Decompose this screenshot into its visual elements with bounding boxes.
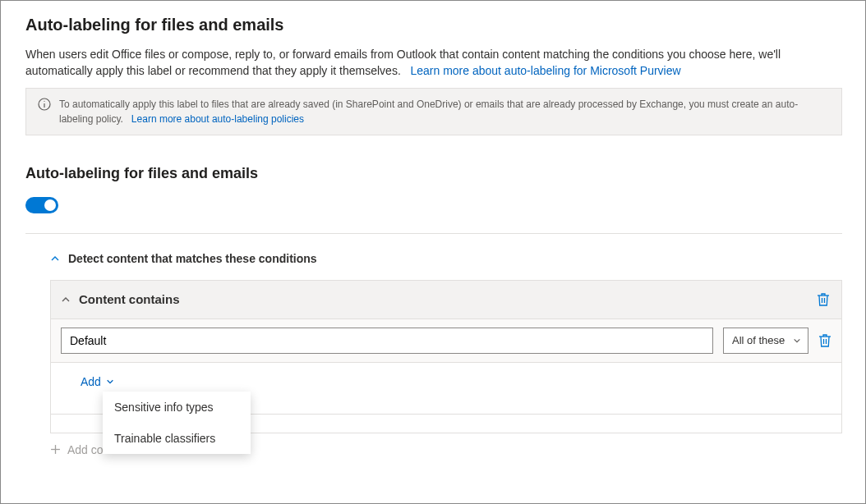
info-icon: [38, 98, 51, 111]
info-banner: To automatically apply this label to fil…: [25, 88, 842, 135]
menu-item-sensitive-info-types[interactable]: Sensitive info types: [103, 392, 251, 423]
trash-icon[interactable]: [818, 333, 831, 348]
group-name-input[interactable]: [61, 328, 713, 354]
section-title: Auto-labeling for files and emails: [25, 165, 842, 182]
chevron-up-icon: [50, 254, 60, 263]
page-title: Auto-labeling for files and emails: [25, 16, 842, 34]
condition-header-label: Content contains: [79, 292, 180, 306]
chevron-down-icon: [793, 337, 801, 345]
add-menu: Sensitive info types Trainable classifie…: [103, 392, 251, 454]
learn-more-link[interactable]: Learn more about auto-labeling for Micro…: [410, 64, 680, 77]
condition-group-row: All of these: [51, 319, 841, 363]
svg-point-2: [44, 100, 44, 101]
auto-labeling-toggle[interactable]: [25, 197, 58, 213]
logic-dropdown-value: All of these: [732, 334, 785, 346]
add-button-label: Add: [81, 375, 101, 388]
chevron-down-icon: [106, 378, 114, 386]
chevron-up-icon: [61, 295, 71, 305]
add-button[interactable]: Add: [81, 375, 114, 388]
logic-dropdown[interactable]: All of these: [723, 328, 808, 354]
plus-icon: [50, 444, 61, 455]
condition-header[interactable]: Content contains: [51, 281, 841, 319]
menu-item-trainable-classifiers[interactable]: Trainable classifiers: [103, 423, 251, 454]
trash-icon[interactable]: [817, 292, 830, 307]
page-description: When users edit Office files or compose,…: [25, 46, 842, 80]
info-banner-link[interactable]: Learn more about auto-labeling policies: [131, 113, 304, 125]
toggle-thumb: [44, 199, 56, 211]
detect-conditions-label: Detect content that matches these condit…: [68, 252, 317, 265]
detect-conditions-toggle[interactable]: Detect content that matches these condit…: [50, 252, 842, 265]
